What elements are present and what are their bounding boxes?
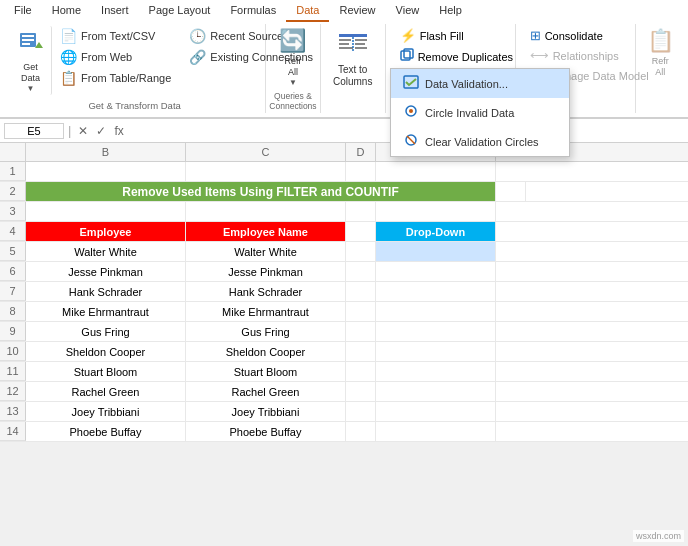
header-employee[interactable]: Employee [26,222,186,241]
cell-b11[interactable]: Stuart Bloom [26,362,186,381]
refresh-label: RefrAll [284,56,301,78]
cell-e3[interactable] [376,202,496,221]
cell-d1[interactable] [346,162,376,181]
table-row: 10 Sheldon Cooper Sheldon Cooper [0,342,688,362]
col-header-c[interactable]: C [186,143,346,161]
cell-b1[interactable] [26,162,186,181]
row-header-1: 1 [0,162,26,181]
cell-d9[interactable] [346,322,376,341]
header-employee-name[interactable]: Employee Name [186,222,346,241]
cell-c1[interactable] [186,162,346,181]
cell-d6[interactable] [346,262,376,281]
cell-c3[interactable] [186,202,346,221]
tab-home[interactable]: Home [42,0,91,22]
tab-file[interactable]: File [4,0,42,22]
cell-b6[interactable]: Jesse Pinkman [26,262,186,281]
cell-d8[interactable] [346,302,376,321]
cell-e8[interactable] [376,302,496,321]
cell-d4[interactable] [346,222,376,241]
flash-fill-button[interactable]: ⚡ Flash Fill [394,26,470,45]
cell-c12[interactable]: Rachel Green [186,382,346,401]
cell-b9[interactable]: Gus Fring [26,322,186,341]
svg-point-18 [409,109,413,113]
cell-b13[interactable]: Joey Tribbiani [26,402,186,421]
col-header-b[interactable]: B [26,143,186,161]
cell-e1[interactable] [376,162,496,181]
cell-d5[interactable] [346,242,376,261]
dropdown-clear-circles[interactable]: Clear Validation Circles [391,127,569,156]
cell-e5[interactable] [376,242,496,261]
refresh-all-button[interactable]: 🔄 RefrAll ▼ [273,26,313,89]
cell-c9[interactable]: Gus Fring [186,322,346,341]
cell-e7[interactable] [376,282,496,301]
cell-c8[interactable]: Mike Ehrmantraut [186,302,346,321]
tab-help[interactable]: Help [429,0,472,22]
table-row: 7 Hank Schrader Hank Schrader [0,282,688,302]
text-to-columns-button[interactable]: Text toColumns [325,26,381,92]
cell-d10[interactable] [346,342,376,361]
formula-controls: ✕ ✓ fx [75,124,126,138]
tab-insert[interactable]: Insert [91,0,139,22]
cell-e9[interactable] [376,322,496,341]
from-text-csv-button[interactable]: 📄 From Text/CSV [54,26,177,46]
cell-c6[interactable]: Jesse Pinkman [186,262,346,281]
cell-e14[interactable] [376,422,496,441]
dropdown-circle-invalid[interactable]: Circle Invalid Data [391,98,569,127]
insert-function-button[interactable]: fx [111,124,126,138]
cell-c10[interactable]: Sheldon Cooper [186,342,346,361]
cell-e13[interactable] [376,402,496,421]
relationships-button[interactable]: ⟷ Relationships [524,46,625,65]
cell-e6[interactable] [376,262,496,281]
from-table-button[interactable]: 📋 From Table/Range [54,68,177,88]
get-transform-group-label: Get & Transform Data [88,98,180,111]
consolidate-button[interactable]: ⊞ Consolidate [524,26,609,45]
cell-d13[interactable] [346,402,376,421]
cell-e12[interactable] [376,382,496,401]
cell-b7[interactable]: Hank Schrader [26,282,186,301]
from-web-label: From Web [81,51,132,63]
tab-data[interactable]: Data [286,0,329,22]
cell-d11[interactable] [346,362,376,381]
cell-reference-box[interactable]: E5 [4,123,64,139]
cancel-formula-button[interactable]: ✕ [75,124,91,138]
text-to-columns-icon [337,30,369,64]
confirm-formula-button[interactable]: ✓ [93,124,109,138]
cell-d12[interactable] [346,382,376,401]
col-header-d[interactable]: D [346,143,376,161]
cell-b14[interactable]: Phoebe Buffay [26,422,186,441]
cell-d7[interactable] [346,282,376,301]
outline-button[interactable]: 📋 RefrAll [640,26,680,80]
cell-b12[interactable]: Rachel Green [26,382,186,401]
get-data-button[interactable]: GetData ▼ [12,26,52,95]
circle-invalid-icon [403,103,419,122]
tab-view[interactable]: View [386,0,430,22]
cell-b8[interactable]: Mike Ehrmantraut [26,302,186,321]
group-queries: 🔄 RefrAll ▼ Queries &Connections [266,24,320,113]
title-cell[interactable]: Remove Used Items Using FILTER and COUNT… [26,182,496,201]
header-dropdown[interactable]: Drop-Down [376,222,496,241]
from-web-button[interactable]: 🌐 From Web [54,47,177,67]
cell-d2[interactable] [496,182,526,201]
cell-b10[interactable]: Sheldon Cooper [26,342,186,361]
cell-b5[interactable]: Walter White [26,242,186,261]
remove-duplicates-button[interactable]: Remove Duplicates [394,46,519,67]
row-header-6: 6 [0,262,26,281]
svg-rect-3 [22,43,30,45]
cell-c5[interactable]: Walter White [186,242,346,261]
cell-e11[interactable] [376,362,496,381]
cell-c11[interactable]: Stuart Bloom [186,362,346,381]
cell-b3[interactable] [26,202,186,221]
recent-sources-icon: 🕒 [189,28,206,44]
cell-d3[interactable] [346,202,376,221]
dropdown-data-validation[interactable]: Data Validation... [391,69,569,98]
cell-c13[interactable]: Joey Tribbiani [186,402,346,421]
relationships-label: Relationships [553,50,619,62]
table-row: 8 Mike Ehrmantraut Mike Ehrmantraut [0,302,688,322]
cell-d14[interactable] [346,422,376,441]
tab-page-layout[interactable]: Page Layout [139,0,221,22]
tab-formulas[interactable]: Formulas [220,0,286,22]
cell-c7[interactable]: Hank Schrader [186,282,346,301]
tab-review[interactable]: Review [329,0,385,22]
cell-e10[interactable] [376,342,496,361]
cell-c14[interactable]: Phoebe Buffay [186,422,346,441]
